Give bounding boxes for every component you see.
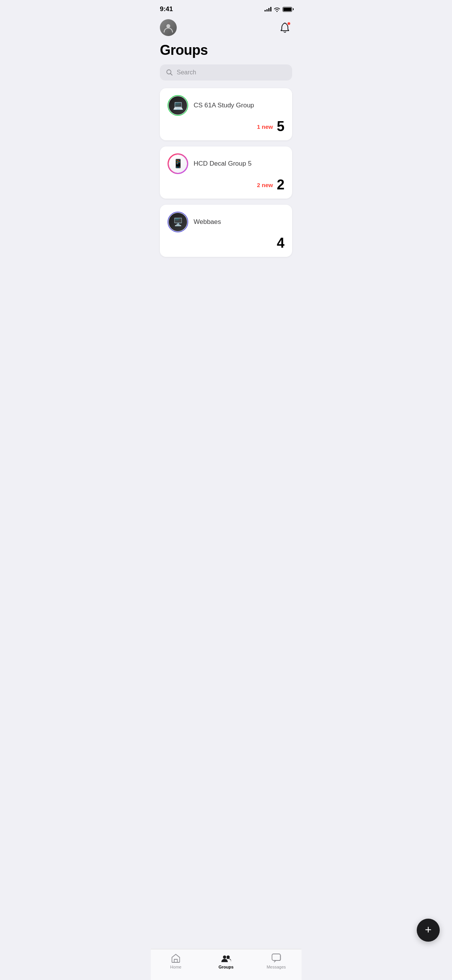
- group-icon-hcd: [169, 155, 187, 173]
- wifi-icon: [274, 7, 280, 12]
- page-title: Groups: [151, 41, 301, 64]
- group-icon-cs: [169, 96, 187, 115]
- signal-icon: [265, 7, 271, 12]
- search-bar[interactable]: Search: [160, 64, 292, 81]
- svg-point-0: [166, 24, 170, 28]
- group-avatar-ring-cs: [168, 95, 188, 116]
- notification-badge: [287, 22, 291, 25]
- group-card[interactable]: HCD Decal Group 5 2 new 2: [160, 146, 292, 199]
- search-placeholder: Search: [177, 69, 196, 76]
- status-bar: 9:41: [151, 0, 301, 16]
- group-name-cs: CS 61A Study Group: [194, 102, 254, 109]
- group-avatar-ring-hcd: [168, 153, 188, 174]
- group-name-web: Webbaes: [194, 218, 221, 226]
- search-container: Search: [151, 64, 301, 88]
- avatar[interactable]: [160, 19, 177, 36]
- group-new-badge-hcd: 2 new: [257, 182, 273, 188]
- search-icon: [166, 69, 173, 76]
- battery-icon: [283, 7, 292, 12]
- status-icons: [265, 7, 292, 12]
- group-name-hcd: HCD Decal Group 5: [194, 160, 251, 168]
- groups-list: CS 61A Study Group 1 new 5 HCD Decal Gro…: [151, 88, 301, 257]
- status-time: 9:41: [160, 5, 173, 13]
- header: [151, 16, 301, 41]
- svg-line-2: [171, 74, 173, 76]
- group-count-web: 4: [277, 236, 284, 250]
- group-avatar-ring-web: [168, 212, 188, 232]
- group-count-hcd: 2: [277, 178, 284, 192]
- group-new-badge-cs: 1 new: [257, 123, 273, 130]
- group-card[interactable]: CS 61A Study Group 1 new 5: [160, 88, 292, 140]
- group-icon-web: [169, 213, 187, 231]
- notification-button[interactable]: [278, 20, 292, 35]
- group-card[interactable]: Webbaes 4: [160, 205, 292, 257]
- group-count-cs: 5: [277, 120, 284, 133]
